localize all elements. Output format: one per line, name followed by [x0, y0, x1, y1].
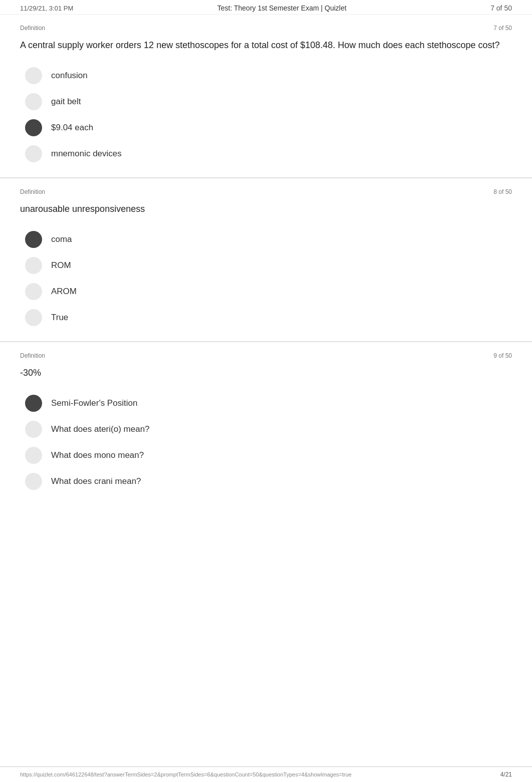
answers-list-9: Semi-Fowler's Position What does ateri(o… [20, 395, 512, 490]
question-text-9: -30% [20, 366, 512, 380]
answer-text: $9.04 each [51, 123, 93, 133]
answer-text: Semi-Fowler's Position [51, 398, 137, 408]
page-url: https://quizlet.com/646122648/test?answe… [20, 771, 352, 777]
answer-item[interactable]: What does crani mean? [25, 473, 512, 490]
answer-item[interactable]: Semi-Fowler's Position [25, 395, 512, 412]
datetime: 11/29/21, 3:01 PM [20, 5, 73, 12]
question-counter-9: 9 of 50 [493, 352, 512, 359]
answer-text: gait belt [51, 97, 81, 107]
radio-circle[interactable] [25, 421, 42, 438]
radio-circle[interactable] [25, 309, 42, 326]
answers-list-8: coma ROM AROM True [20, 231, 512, 326]
question-block-8: Definition 8 of 50 unarousable unrespons… [0, 178, 532, 342]
radio-circle[interactable] [25, 283, 42, 300]
answer-item[interactable]: ROM [25, 257, 512, 274]
question-counter-7: 7 of 50 [493, 25, 512, 32]
top-counter: 7 of 50 [490, 4, 512, 12]
answer-text: What does mono mean? [51, 450, 144, 460]
answer-text: ROM [51, 260, 71, 271]
radio-circle[interactable] [25, 93, 42, 110]
radio-circle[interactable] [25, 473, 42, 490]
top-bar: 11/29/21, 3:01 PM Test: Theory 1st Semes… [0, 0, 532, 15]
radio-circle-selected[interactable] [25, 395, 42, 412]
question-text-8: unarousable unresponsiveness [20, 202, 512, 216]
answer-text: mnemonic devices [51, 149, 122, 159]
answer-item[interactable]: What does mono mean? [25, 447, 512, 464]
answer-item[interactable]: mnemonic devices [25, 145, 512, 162]
question-type-7: Definition [20, 25, 45, 32]
answer-item[interactable]: True [25, 309, 512, 326]
answer-item[interactable]: $9.04 each [25, 119, 512, 136]
answer-item[interactable]: AROM [25, 283, 512, 300]
question-block-9: Definition 9 of 50 -30% Semi-Fowler's Po… [0, 342, 532, 505]
answer-text: What does crani mean? [51, 476, 141, 486]
answer-text: coma [51, 234, 72, 244]
radio-circle-selected[interactable] [25, 231, 42, 248]
question-type-8: Definition [20, 188, 45, 195]
question-type-9: Definition [20, 352, 45, 359]
question-header-7: Definition 7 of 50 [20, 25, 512, 32]
question-block-7: Definition 7 of 50 A central supply work… [0, 15, 532, 178]
question-text-7: A central supply worker orders 12 new st… [20, 39, 512, 52]
page-counter: 4/21 [500, 771, 512, 778]
question-header-8: Definition 8 of 50 [20, 188, 512, 195]
bottom-bar: https://quizlet.com/646122648/test?answe… [0, 766, 532, 782]
radio-circle[interactable] [25, 67, 42, 84]
radio-circle[interactable] [25, 447, 42, 464]
answer-item[interactable]: confusion [25, 67, 512, 84]
answer-item[interactable]: What does ateri(o) mean? [25, 421, 512, 438]
question-header-9: Definition 9 of 50 [20, 352, 512, 359]
answer-text: True [51, 313, 68, 323]
answer-text: confusion [51, 71, 88, 81]
page-title: Test: Theory 1st Semester Exam | Quizlet [217, 4, 347, 12]
answer-item[interactable]: coma [25, 231, 512, 248]
radio-circle[interactable] [25, 145, 42, 162]
question-counter-8: 8 of 50 [493, 188, 512, 195]
answer-text: What does ateri(o) mean? [51, 424, 150, 434]
radio-circle-selected[interactable] [25, 119, 42, 136]
answer-text: AROM [51, 287, 77, 297]
answer-item[interactable]: gait belt [25, 93, 512, 110]
radio-circle[interactable] [25, 257, 42, 274]
answers-list-7: confusion gait belt $9.04 each mnemonic … [20, 67, 512, 162]
